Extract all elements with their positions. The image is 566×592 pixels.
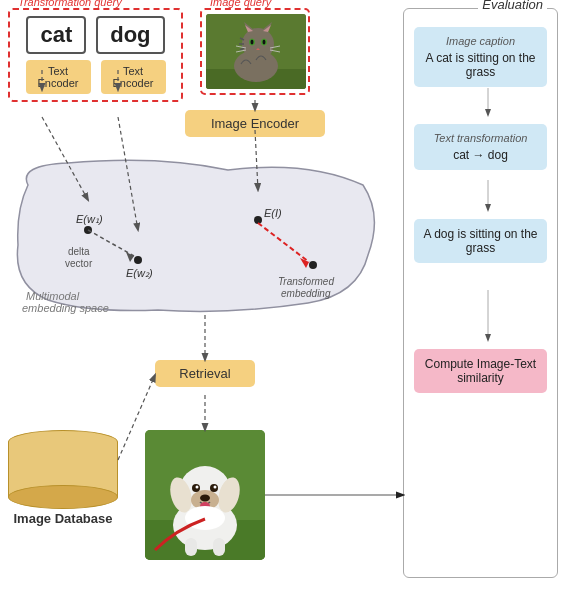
svg-point-24 <box>254 216 262 224</box>
svg-text:embedding space: embedding space <box>22 302 109 314</box>
cat-image <box>206 14 306 89</box>
image-encoder-box: Image Encoder <box>185 110 325 137</box>
svg-text:E(I): E(I) <box>264 207 282 219</box>
eval-title: Evaluation <box>478 0 547 12</box>
svg-text:Transformed: Transformed <box>278 276 334 287</box>
word-dog: dog <box>96 16 164 54</box>
diagram: Evaluation Image caption A cat is sittin… <box>0 0 566 592</box>
svg-point-26 <box>309 261 317 269</box>
word-boxes: cat dog <box>16 16 175 54</box>
word-cat: cat <box>26 16 86 54</box>
text-encoder-2: Text Encoder <box>101 60 166 94</box>
image-caption-text: A cat is sitting on the grass <box>420 51 541 79</box>
svg-text:Multimodal: Multimodal <box>26 290 80 302</box>
svg-text:vector: vector <box>65 258 93 269</box>
transform-query-box: Transformation query cat dog Text Encode… <box>8 8 183 102</box>
svg-rect-53 <box>213 538 225 556</box>
dog-image <box>145 430 265 560</box>
encoder-boxes: Text Encoder Text Encoder <box>16 60 175 94</box>
image-query-label: Image query <box>208 0 273 8</box>
cyl-bot <box>8 485 118 509</box>
image-database: Image Database <box>8 430 118 526</box>
svg-point-46 <box>196 486 199 489</box>
text-transform-label: Text transformation <box>420 132 541 144</box>
svg-text:delta: delta <box>68 246 90 257</box>
image-caption-box: Image caption A cat is sitting on the gr… <box>414 27 547 87</box>
text-encoder-1: Text Encoder <box>26 60 91 94</box>
result-caption-box: A dog is sitting on the grass <box>414 219 547 263</box>
db-label: Image Database <box>8 511 118 526</box>
image-caption-label: Image caption <box>420 35 541 47</box>
svg-point-3 <box>242 28 274 60</box>
svg-point-11 <box>263 40 266 45</box>
text-transform-text: cat → dog <box>420 148 541 162</box>
svg-point-48 <box>200 495 210 502</box>
svg-point-22 <box>134 256 142 264</box>
compute-sim-text: Compute Image-Text similarity <box>420 357 541 385</box>
svg-text:embedding: embedding <box>281 288 331 299</box>
result-caption-text: A dog is sitting on the grass <box>420 227 541 255</box>
cylinder-shape <box>8 430 118 509</box>
svg-point-47 <box>214 486 217 489</box>
embedding-space: E(w₁) E(w₂) E(I) delta vector Transforme… <box>8 155 378 315</box>
transform-query-label: Transformation query <box>16 0 124 8</box>
text-transform-box: Text transformation cat → dog <box>414 124 547 170</box>
svg-text:E(w₂): E(w₂) <box>126 267 153 279</box>
svg-text:E(w₁): E(w₁) <box>76 213 103 225</box>
svg-point-10 <box>251 40 254 45</box>
eval-panel: Evaluation Image caption A cat is sittin… <box>403 8 558 578</box>
compute-sim-box: Compute Image-Text similarity <box>414 349 547 393</box>
image-encoder-label: Image Encoder <box>211 116 299 131</box>
retrieval-box: Retrieval <box>155 360 255 387</box>
image-query-box: Image query <box>200 8 310 95</box>
retrieval-label: Retrieval <box>179 366 230 381</box>
svg-rect-52 <box>185 538 197 556</box>
